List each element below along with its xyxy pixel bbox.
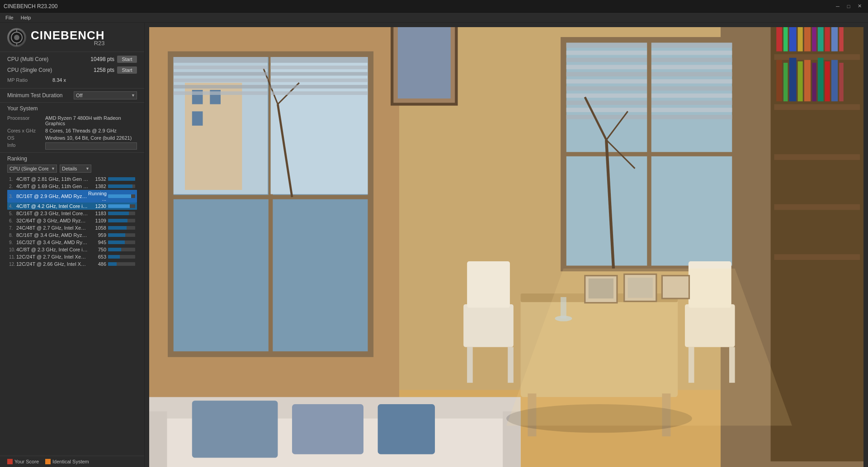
svg-rect-103 xyxy=(831,60,838,102)
rank-list-item[interactable]: 9. 16C/32T @ 3.4 GHz, AMD Ryzen Threadri… xyxy=(7,239,137,246)
rank-list-item[interactable]: 3. 8C/16T @ 2.9 GHz, AMD Ryzen 7 4800H w… xyxy=(7,190,137,203)
rank-list-item[interactable]: 8. 8C/16T @ 3.4 GHz, AMD Ryzen 7 1700X E… xyxy=(7,231,137,239)
rank-cpu-name: 8C/16T @ 2.3 GHz, Intel Core i9-9880H CP… xyxy=(16,211,88,216)
svg-rect-87 xyxy=(789,27,797,52)
svg-rect-76 xyxy=(292,404,363,454)
rank-list-item[interactable]: 4. 4C/8T @ 4.2 GHz, Intel Core i7-7700K … xyxy=(7,203,137,210)
logo-text: CINEBENCH R23 xyxy=(31,29,105,46)
menu-help[interactable]: Help xyxy=(18,14,34,21)
cpu-filter-select[interactable]: CPU (Single Core) CPU (Multi Core) xyxy=(7,165,57,173)
singlecore-start-button[interactable]: Start xyxy=(117,66,137,74)
room-render: www.renderbaron.de xyxy=(149,27,863,467)
rank-list-item[interactable]: 6. 32C/64T @ 3 GHz, AMD Ryzen Threadripp… xyxy=(7,217,137,224)
min-test-select[interactable]: Off 1 Minute 5 Minutes 10 Minutes 30 Min… xyxy=(74,91,137,99)
rank-cpu-name: 12C/24T @ 2.7 GHz, Intel Xeon CPU E5-269… xyxy=(16,254,88,259)
ranking-controls: CPU (Single Core) CPU (Multi Core) ▼ Det… xyxy=(7,165,137,173)
your-score-label: Your Score xyxy=(14,459,39,464)
main-layout: CINEBENCH R23 CPU (Multi Core) 10498 pts… xyxy=(0,23,868,467)
rank-bar-fill xyxy=(108,184,132,188)
multicore-label: CPU (Multi Core) xyxy=(7,56,48,62)
rank-score-value: 1382 xyxy=(88,184,106,189)
svg-rect-29 xyxy=(271,85,368,89)
maximize-button[interactable]: □ xyxy=(844,2,854,10)
rank-score-value: 750 xyxy=(88,247,106,252)
svg-rect-89 xyxy=(804,27,811,52)
rank-cpu-name: 16C/32T @ 3.4 GHz, AMD Ryzen Threadrippe… xyxy=(16,240,88,245)
svg-rect-24 xyxy=(174,91,268,95)
logo-sub-text: R23 xyxy=(31,40,105,46)
minimize-button[interactable]: ─ xyxy=(833,2,843,10)
svg-rect-30 xyxy=(271,91,368,95)
titlebar: CINEBENCH R23.200 ─ □ ✕ xyxy=(0,0,868,13)
rank-list-item[interactable]: 11. 12C/24T @ 2.7 GHz, Intel Xeon CPU E5… xyxy=(7,253,137,260)
details-select[interactable]: Details xyxy=(60,165,91,173)
rank-score-value: 486 xyxy=(88,261,106,267)
svg-rect-80 xyxy=(774,54,860,60)
rank-bar-fill xyxy=(108,248,121,251)
svg-rect-81 xyxy=(774,104,860,110)
svg-rect-73 xyxy=(149,411,167,467)
rank-list-item[interactable]: 5. 8C/16T @ 2.3 GHz, Intel Core i9-9880H… xyxy=(7,210,137,217)
svg-rect-19 xyxy=(174,57,268,63)
rank-cpu-name: 8C/16T @ 2.9 GHz, AMD Ryzen 7 4800H with… xyxy=(16,193,88,199)
rank-score-value: 1532 xyxy=(88,176,106,182)
rank-number: 2. xyxy=(9,184,16,189)
rank-number: 4. xyxy=(9,204,16,209)
singlecore-row: CPU (Single Core) 1258 pts Start xyxy=(7,65,137,75)
info-row: Info xyxy=(7,142,137,151)
processor-label: Processor xyxy=(7,115,43,121)
multicore-row: CPU (Multi Core) 10498 pts Start xyxy=(7,54,137,65)
svg-rect-99 xyxy=(804,60,811,102)
processor-row: Processor AMD Ryzen 7 4800H with Radeon … xyxy=(7,114,137,127)
svg-rect-56 xyxy=(463,304,514,347)
rank-bar-fill xyxy=(108,262,117,266)
ranking-title: Ranking xyxy=(7,156,27,162)
ranking-section: Ranking CPU (Single Core) CPU (Multi Cor… xyxy=(0,153,144,456)
rank-bar-fill xyxy=(108,255,120,259)
close-button[interactable]: ✕ xyxy=(854,2,864,10)
rank-number: 3. xyxy=(9,194,16,199)
svg-rect-104 xyxy=(839,63,843,101)
svg-rect-101 xyxy=(818,58,824,101)
os-label: OS xyxy=(7,135,43,141)
svg-rect-93 xyxy=(831,27,838,52)
mp-label: MP Ratio xyxy=(7,77,52,83)
svg-rect-96 xyxy=(783,63,788,101)
rank-score-value: 945 xyxy=(88,240,106,245)
rank-list-item[interactable]: 1. 4C/8T @ 2.81 GHz, 11th Gen Intel Core… xyxy=(7,175,137,183)
svg-rect-97 xyxy=(789,58,797,101)
details-wrap: Details ▼ xyxy=(60,165,91,173)
rank-score-value: 653 xyxy=(88,254,106,259)
singlecore-controls: 1258 pts Start xyxy=(87,66,137,74)
rank-bar-container xyxy=(108,194,135,198)
identical-system-color-box xyxy=(45,459,51,464)
rank-number: 9. xyxy=(9,240,16,245)
rank-number: 12. xyxy=(9,262,16,267)
menu-file[interactable]: File xyxy=(3,14,16,21)
rank-score-value: 1109 xyxy=(88,218,106,223)
svg-rect-28 xyxy=(271,79,368,82)
rank-cpu-name: 4C/8T @ 2.3 GHz, Intel Core i7-4850HQ CP… xyxy=(16,247,88,252)
render-area: www.renderbaron.de xyxy=(149,27,863,467)
rank-bar-fill xyxy=(108,212,129,215)
rank-bar-fill xyxy=(108,241,125,244)
titlebar-title: CINEBENCH R23.200 xyxy=(4,3,57,9)
svg-rect-94 xyxy=(839,27,843,52)
rank-bar-container xyxy=(108,204,135,208)
rank-list-item[interactable]: 2. 4C/8T @ 1.69 GHz, 11th Gen Intel Core… xyxy=(7,183,137,190)
rank-list-item[interactable]: 10. 4C/8T @ 2.3 GHz, Intel Core i7-4850H… xyxy=(7,246,137,253)
rank-list-item[interactable]: 7. 24C/48T @ 2.7 GHz, Intel Xeon W-3265M… xyxy=(7,224,137,231)
rank-list-item[interactable]: 12. 12C/24T @ 2.66 GHz, Intel Xeon CPU X… xyxy=(7,260,137,268)
system-section-title: Your System xyxy=(7,105,137,112)
rank-bar-container xyxy=(108,241,135,244)
svg-rect-82 xyxy=(774,154,860,160)
rank-bar-container xyxy=(108,184,135,188)
info-input[interactable] xyxy=(45,142,137,150)
rank-bar-container xyxy=(108,233,135,237)
logo-area: CINEBENCH R23 xyxy=(0,23,144,52)
rank-cpu-name: 8C/16T @ 3.4 GHz, AMD Ryzen 7 1700X Eigh… xyxy=(16,232,88,238)
svg-rect-57 xyxy=(467,261,510,308)
rank-bar-container xyxy=(108,226,135,230)
identical-system-legend: Identical System xyxy=(45,459,89,464)
multicore-start-button[interactable]: Start xyxy=(117,56,137,63)
